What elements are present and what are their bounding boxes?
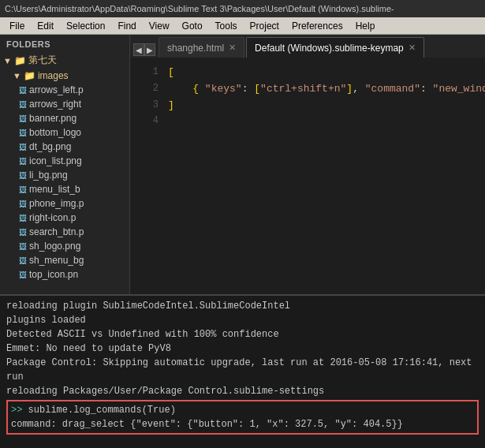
console-line-2: plugins loaded [6, 313, 479, 327]
code-line-1: 1 [ [130, 65, 485, 81]
line-num-2: 2 [136, 81, 159, 98]
file-sh-logo[interactable]: 🖼 sh_logo.png [0, 239, 129, 253]
file-arrows-right[interactable]: 🖼 arrows_right [0, 97, 129, 111]
menu-help[interactable]: Help [349, 19, 382, 33]
sidebar-header: FOLDERS [0, 35, 129, 52]
menu-file[interactable]: File [3, 19, 31, 33]
code-line-2: 2 { "keys": ["ctrl+shift+n"], "command":… [130, 81, 485, 98]
file-right-icon[interactable]: 🖼 right-icon.p [0, 211, 129, 225]
nav-arrows: ◀ ▶ [133, 43, 155, 56]
console-line-1: reloading plugin SublimeCodeIntel.Sublim… [6, 299, 479, 313]
console-line-5: Package Control: Skipping automatic upgr… [6, 356, 479, 384]
tab-default-keymap-close[interactable]: ✕ [409, 43, 416, 53]
file-icon: 🖼 [19, 214, 27, 222]
file-icon: 🖼 [19, 157, 27, 166]
tab-bar: ◀ ▶ shanghe.html ✕ Default (Windows).sub… [130, 35, 485, 58]
file-icon: 🖼 [19, 200, 27, 208]
file-phone-img[interactable]: 🖼 phone_img.p [0, 196, 129, 211]
line-num-4: 4 [136, 114, 159, 130]
tab-default-keymap[interactable]: Default (Windows).sublime-keymap ✕ [246, 37, 424, 58]
menu-view[interactable]: View [143, 19, 176, 33]
folder-arrow-icon-images: ▼ [13, 71, 21, 80]
console-line-6: reloading Packages/User/Package Control.… [6, 384, 479, 398]
line-content-3: ] [168, 98, 174, 114]
menu-bar: File Edit Selection Find View Goto Tools… [0, 17, 485, 35]
nav-next-arrow[interactable]: ▶ [144, 43, 155, 56]
file-icon: 🖼 [19, 271, 27, 279]
tab-shanghe[interactable]: shanghe.html ✕ [159, 37, 244, 58]
file-sh-menu-bg[interactable]: 🖼 sh_menu_bg [0, 253, 129, 267]
editor-area: ◀ ▶ shanghe.html ✕ Default (Windows).sub… [130, 35, 485, 294]
tab-shanghe-label: shanghe.html [167, 43, 224, 54]
menu-selection[interactable]: Selection [60, 19, 111, 33]
file-dt-bg[interactable]: 🖼 dt_bg.png [0, 140, 129, 154]
bottom-panel: reloading plugin SublimeCodeIntel.Sublim… [0, 294, 485, 448]
code-line-3: 3 ] [130, 98, 485, 114]
images-folder-name: images [38, 70, 69, 81]
menu-tools[interactable]: Tools [209, 19, 244, 33]
line-content-1: [ [168, 65, 174, 81]
folder-icon-images: 📁 [24, 70, 35, 81]
menu-edit[interactable]: Edit [31, 19, 60, 33]
console-output[interactable]: reloading plugin SublimeCodeIntel.Sublim… [0, 296, 485, 448]
file-icon: 🖼 [19, 171, 27, 180]
file-arrows-left[interactable]: 🖼 arrows_left.p [0, 83, 129, 97]
menu-preferences[interactable]: Preferences [285, 19, 349, 33]
file-top-icon[interactable]: 🖼 top_icon.pn [0, 267, 129, 282]
menu-find[interactable]: Find [111, 19, 142, 33]
console-prompt-line: >> sublime.log_commands(True) [11, 403, 474, 417]
file-icon: 🖼 [19, 100, 27, 109]
title-text: C:\Users\Administrator\AppData\Roaming\S… [5, 4, 394, 13]
file-banner[interactable]: 🖼 banner.png [0, 111, 129, 125]
sidebar-root-folder[interactable]: ▼ 📁 第七天 [0, 52, 129, 69]
file-icon: 🖼 [19, 256, 27, 265]
file-li-bg[interactable]: 🖼 li_bg.png [0, 168, 129, 182]
file-menu-list[interactable]: 🖼 menu_list_b [0, 182, 129, 196]
line-num-3: 3 [136, 98, 159, 114]
code-editor[interactable]: 1 [ 2 { "keys": ["ctrl+shift+n"], "comma… [130, 58, 485, 294]
file-icon: 🖼 [19, 185, 27, 194]
console-command-line: command: drag_select {"event": {"button"… [11, 417, 474, 431]
console-line-4: Emmet: No need to update PyV8 [6, 342, 479, 356]
line-content-2: { "keys": ["ctrl+shift+n"], "command": "… [168, 81, 485, 98]
file-icon: 🖼 [19, 129, 27, 137]
tab-shanghe-close[interactable]: ✕ [229, 43, 236, 53]
code-line-4: 4 [130, 114, 485, 130]
file-search-btn[interactable]: 🖼 search_btn.p [0, 225, 129, 239]
content-area: FOLDERS ▼ 📁 第七天 ▼ 📁 images 🖼 arrows_left… [0, 35, 485, 294]
file-bottom-logo[interactable]: 🖼 bottom_logo [0, 125, 129, 140]
console-highlighted-block: >> sublime.log_commands(True) command: d… [6, 400, 479, 435]
file-icon: 🖼 [19, 143, 27, 151]
nav-prev-arrow[interactable]: ◀ [133, 43, 144, 56]
title-bar: C:\Users\Administrator\AppData\Roaming\S… [0, 0, 485, 17]
file-icon: 🖼 [19, 228, 27, 237]
file-icon: 🖼 [19, 86, 27, 95]
file-icon-list[interactable]: 🖼 icon_list.png [0, 154, 129, 168]
folder-icon-img: 📁 [14, 55, 26, 66]
line-num-1: 1 [136, 65, 159, 81]
main-layout: FOLDERS ▼ 📁 第七天 ▼ 📁 images 🖼 arrows_left… [0, 35, 485, 448]
file-icon: 🖼 [19, 114, 27, 123]
line-content-4 [168, 114, 174, 130]
folder-arrow-icon: ▼ [3, 56, 12, 65]
sidebar-images-folder[interactable]: ▼ 📁 images [0, 69, 129, 83]
menu-project[interactable]: Project [244, 19, 285, 33]
tab-default-keymap-label: Default (Windows).sublime-keymap [255, 43, 404, 54]
sidebar: FOLDERS ▼ 📁 第七天 ▼ 📁 images 🖼 arrows_left… [0, 35, 130, 294]
file-icon: 🖼 [19, 242, 27, 251]
root-folder-name: 第七天 [28, 54, 57, 67]
console-line-3: Detected ASCII vs Undefined with 100% co… [6, 327, 479, 342]
menu-goto[interactable]: Goto [176, 19, 209, 33]
